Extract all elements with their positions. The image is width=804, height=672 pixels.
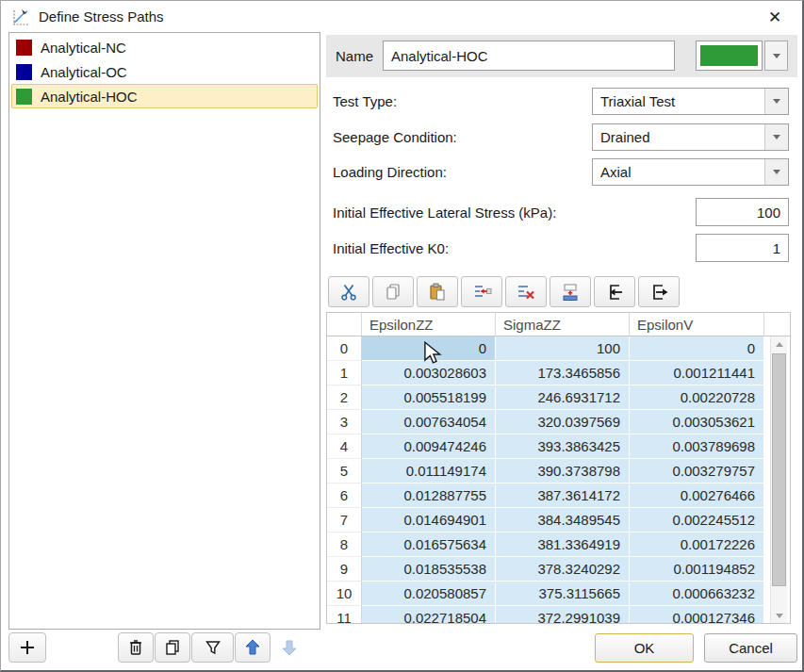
- scrollbar-thumb[interactable]: [772, 353, 786, 586]
- sigmazz-cell[interactable]: 378.3240292: [496, 557, 630, 582]
- row-index-cell[interactable]: 9: [327, 557, 362, 582]
- path-color-chip: [16, 40, 32, 56]
- epsilonzz-cell[interactable]: 0.012887755: [362, 484, 496, 508]
- copy-button[interactable]: [372, 276, 414, 307]
- epsilonv-cell[interactable]: 0.001194852: [630, 557, 764, 582]
- column-header[interactable]: EpsilonZZ: [362, 313, 496, 336]
- scroll-down-icon[interactable]: [771, 608, 788, 624]
- row-index-cell[interactable]: 5: [327, 459, 362, 484]
- epsilonv-cell[interactable]: 0.00172226: [630, 533, 764, 557]
- sigmazz-cell[interactable]: 375.3115665: [496, 582, 630, 606]
- list-item[interactable]: Analytical-HOC: [11, 84, 318, 108]
- sigmazz-cell[interactable]: 173.3465856: [496, 361, 630, 385]
- add-path-button[interactable]: [8, 632, 46, 663]
- loading-direction-select[interactable]: Axial: [592, 158, 789, 186]
- sigmazz-cell[interactable]: 381.3364919: [496, 533, 630, 557]
- define-stress-paths-dialog: Define Stress Paths ✕ Analytical-NC Anal…: [0, 0, 804, 672]
- name-label: Name: [336, 35, 373, 77]
- epsilonzz-cell[interactable]: 0.014694901: [362, 508, 496, 533]
- epsilonzz-cell[interactable]: 0.016575634: [362, 533, 496, 557]
- color-dropdown-button[interactable]: [764, 41, 788, 71]
- ok-button[interactable]: OK: [595, 633, 694, 663]
- scroll-up-icon[interactable]: [771, 336, 788, 352]
- close-icon[interactable]: ✕: [761, 5, 789, 29]
- move-up-button[interactable]: [235, 632, 271, 663]
- epsilonv-cell[interactable]: 0.000663232: [630, 582, 764, 606]
- row-index-cell[interactable]: 7: [327, 508, 362, 533]
- color-picker-button[interactable]: [696, 41, 763, 71]
- cut-icon: [338, 282, 359, 303]
- duplicate-path-button[interactable]: [155, 632, 190, 663]
- name-input[interactable]: [383, 41, 675, 71]
- seepage-dropdown-button[interactable]: [764, 124, 788, 150]
- path-color-chip: [16, 89, 32, 105]
- stress-path-chart-icon: [10, 8, 31, 28]
- filter-paths-button[interactable]: [191, 632, 234, 663]
- list-item[interactable]: Analytical-OC: [11, 59, 318, 84]
- move-down-button[interactable]: [271, 632, 307, 663]
- test-type-select[interactable]: Triaxial Test: [592, 88, 789, 115]
- delete-rows-button[interactable]: [505, 276, 547, 307]
- column-header[interactable]: EpsilonV: [630, 313, 764, 336]
- stress-path-list[interactable]: Analytical-NC Analytical-OC Analytical-H…: [8, 32, 320, 630]
- epsilonv-cell[interactable]: 0.003053621: [630, 410, 764, 434]
- row-index-cell[interactable]: 11: [327, 606, 362, 623]
- sigmazz-cell[interactable]: 372.2991039: [496, 606, 630, 623]
- seepage-select[interactable]: Drained: [592, 123, 789, 151]
- epsilonzz-cell[interactable]: 0.018535538: [362, 557, 496, 582]
- table-row: 11 0.022718504 372.2991039 0.000127346: [327, 606, 790, 623]
- row-index-cell[interactable]: 2: [327, 385, 362, 410]
- row-index-cell[interactable]: 6: [327, 484, 362, 508]
- sigmazz-cell[interactable]: 320.0397569: [496, 410, 630, 434]
- filter-icon: [203, 637, 223, 658]
- import-button[interactable]: [594, 276, 635, 307]
- cancel-button[interactable]: Cancel: [704, 633, 797, 663]
- epsilonzz-cell[interactable]: 0: [362, 336, 496, 361]
- test-type-dropdown-button[interactable]: [764, 89, 788, 114]
- row-index-cell[interactable]: 1: [327, 361, 362, 385]
- row-index-cell[interactable]: 10: [327, 582, 362, 606]
- delete-path-button[interactable]: [118, 632, 154, 663]
- list-item[interactable]: Analytical-NC: [11, 35, 318, 59]
- append-row-button[interactable]: [550, 276, 591, 307]
- epsilonzz-cell[interactable]: 0.003028603: [362, 361, 496, 385]
- column-header[interactable]: SigmaZZ: [496, 313, 630, 336]
- epsilonzz-cell[interactable]: 0.009474246: [362, 434, 496, 459]
- sigmazz-cell[interactable]: 384.3489545: [496, 508, 630, 533]
- epsilonv-cell[interactable]: 0.003789698: [630, 434, 764, 459]
- sigmazz-cell[interactable]: 387.3614172: [496, 484, 630, 508]
- epsilonv-cell[interactable]: 0.003279757: [630, 459, 764, 484]
- epsilonv-cell[interactable]: 0.000127346: [630, 606, 764, 623]
- epsilonzz-cell[interactable]: 0.022718504: [362, 606, 496, 623]
- arrow-up-icon: [242, 637, 263, 658]
- loading-direction-dropdown-button[interactable]: [764, 159, 788, 185]
- row-index-cell[interactable]: 4: [327, 434, 362, 459]
- epsilonzz-cell[interactable]: 0.020580857: [362, 582, 496, 606]
- k0-input[interactable]: [696, 234, 789, 262]
- epsilonv-cell[interactable]: 0: [630, 336, 764, 361]
- sigmazz-cell[interactable]: 393.3863425: [496, 434, 630, 459]
- export-button[interactable]: [638, 276, 680, 307]
- sigmazz-cell[interactable]: 246.6931712: [496, 385, 630, 410]
- epsilonv-cell[interactable]: 0.002245512: [630, 508, 764, 533]
- path-label: Analytical-HOC: [41, 89, 138, 105]
- sigmazz-cell[interactable]: 390.3738798: [496, 459, 630, 484]
- table-row: 5 0.011149174 390.3738798 0.003279757: [327, 459, 790, 484]
- cut-button[interactable]: [328, 276, 369, 307]
- sigmazz-cell[interactable]: 100: [496, 336, 630, 361]
- row-index-cell[interactable]: 8: [327, 533, 362, 557]
- epsilonv-cell[interactable]: 0.00220728: [630, 385, 764, 410]
- row-index-cell[interactable]: 3: [327, 410, 362, 434]
- epsilonv-cell[interactable]: 0.00276466: [630, 484, 764, 508]
- epsilonzz-cell[interactable]: 0.005518199: [362, 385, 496, 410]
- table-scrollbar[interactable]: [770, 336, 787, 624]
- epsilonzz-cell[interactable]: 0.011149174: [362, 459, 496, 484]
- import-icon: [604, 282, 625, 303]
- epsilonzz-cell[interactable]: 0.007634054: [362, 410, 496, 434]
- insert-row-button[interactable]: [461, 276, 502, 307]
- epsilonv-cell[interactable]: 0.001211441: [630, 361, 764, 385]
- paste-button[interactable]: [417, 276, 458, 307]
- row-index-cell[interactable]: 0: [327, 336, 362, 361]
- lateral-stress-input[interactable]: [696, 198, 789, 226]
- chevron-down-icon: [773, 170, 780, 174]
